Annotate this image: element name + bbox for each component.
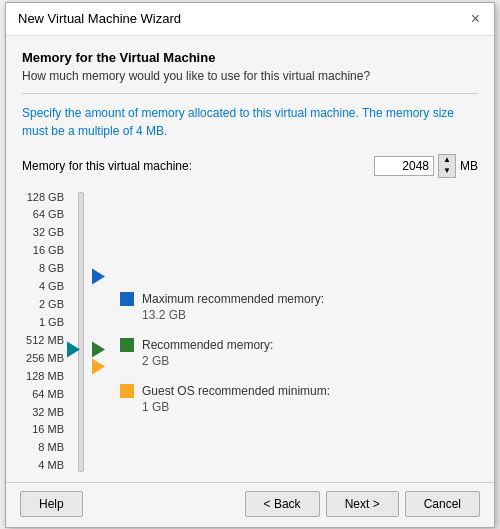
yellow-marker <box>92 358 105 377</box>
scale-128mb: 128 MB <box>22 371 64 382</box>
scale-64gb: 64 GB <box>22 209 64 220</box>
memory-field-label: Memory for this virtual machine: <box>22 159 374 173</box>
dialog-title: New Virtual Machine Wizard <box>18 11 181 26</box>
scale-64mb: 64 MB <box>22 389 64 400</box>
green-arrow-icon <box>92 342 105 358</box>
info-text-highlight: memory <box>141 106 184 120</box>
scale-2gb: 2 GB <box>22 299 64 310</box>
section-subtitle: How much memory would you like to use fo… <box>22 69 478 83</box>
yellow-legend-title: Guest OS recommended minimum: <box>142 384 330 398</box>
green-color-box <box>120 338 134 352</box>
memory-decrement-button[interactable]: ▼ <box>439 166 455 177</box>
green-legend-value: 2 GB <box>142 354 478 368</box>
legend-area: Maximum recommended memory: 13.2 GB Reco… <box>108 192 478 472</box>
navigation-buttons: < Back Next > Cancel <box>245 491 480 517</box>
info-text-part1: Specify the amount of <box>22 106 141 120</box>
right-markers <box>92 192 108 472</box>
yellow-legend-item: Guest OS recommended minimum: 1 GB <box>120 384 478 430</box>
memory-value-input[interactable] <box>374 156 434 176</box>
memory-input-row: Memory for this virtual machine: ▲ ▼ MB <box>22 154 478 178</box>
help-button[interactable]: Help <box>20 491 83 517</box>
green-legend-title-row: Recommended memory: <box>120 338 478 352</box>
scale-1gb: 1 GB <box>22 317 64 328</box>
section-title: Memory for the Virtual Machine <box>22 50 478 65</box>
divider <box>22 93 478 94</box>
cancel-button[interactable]: Cancel <box>405 491 480 517</box>
info-text: Specify the amount of memory allocated t… <box>22 104 478 140</box>
blue-legend-value: 13.2 GB <box>142 308 478 322</box>
yellow-arrow-icon <box>92 358 105 374</box>
blue-legend-title: Maximum recommended memory: <box>142 292 324 306</box>
green-legend-item: Recommended memory: 2 GB <box>120 338 478 384</box>
scale-4gb: 4 GB <box>22 281 64 292</box>
memory-increment-button[interactable]: ▲ <box>439 155 455 166</box>
yellow-legend-value: 1 GB <box>142 400 478 414</box>
back-button[interactable]: < Back <box>245 491 320 517</box>
scale-labels: 128 GB 64 GB 32 GB 16 GB 8 GB 4 GB 2 GB … <box>22 192 70 472</box>
memory-input-group: ▲ ▼ MB <box>374 154 478 178</box>
scale-16mb: 16 MB <box>22 424 64 435</box>
yellow-legend-title-row: Guest OS recommended minimum: <box>120 384 478 398</box>
green-legend-title: Recommended memory: <box>142 338 273 352</box>
scale-256mb: 256 MB <box>22 353 64 364</box>
content-area: Memory for the Virtual Machine How much … <box>6 36 494 482</box>
current-position-marker <box>67 341 80 360</box>
button-bar: Help < Back Next > Cancel <box>6 482 494 527</box>
scale-512mb: 512 MB <box>22 335 64 346</box>
title-bar: New Virtual Machine Wizard × <box>6 3 494 36</box>
blue-marker <box>92 269 105 288</box>
track-wrapper <box>70 192 108 472</box>
scale-8mb: 8 MB <box>22 442 64 453</box>
memory-unit-label: MB <box>460 159 478 173</box>
dialog: New Virtual Machine Wizard × Memory for … <box>5 2 495 528</box>
blue-color-box <box>120 292 134 306</box>
yellow-color-box <box>120 384 134 398</box>
slider-track[interactable] <box>78 192 84 472</box>
scale-8gb: 8 GB <box>22 263 64 274</box>
blue-legend-title-row: Maximum recommended memory: <box>120 292 478 306</box>
scale-32gb: 32 GB <box>22 227 64 238</box>
scale-32mb: 32 MB <box>22 407 64 418</box>
scale-128gb: 128 GB <box>22 192 64 203</box>
close-button[interactable]: × <box>469 11 482 27</box>
scale-4mb: 4 MB <box>22 460 64 471</box>
memory-spinner: ▲ ▼ <box>438 154 456 178</box>
slider-area: 128 GB 64 GB 32 GB 16 GB 8 GB 4 GB 2 GB … <box>22 192 478 472</box>
next-button[interactable]: Next > <box>326 491 399 517</box>
current-arrow-icon <box>67 341 80 357</box>
blue-arrow-icon <box>92 269 105 285</box>
scale-16gb: 16 GB <box>22 245 64 256</box>
slider-track-container <box>70 192 92 472</box>
blue-legend-item: Maximum recommended memory: 13.2 GB <box>120 292 478 338</box>
